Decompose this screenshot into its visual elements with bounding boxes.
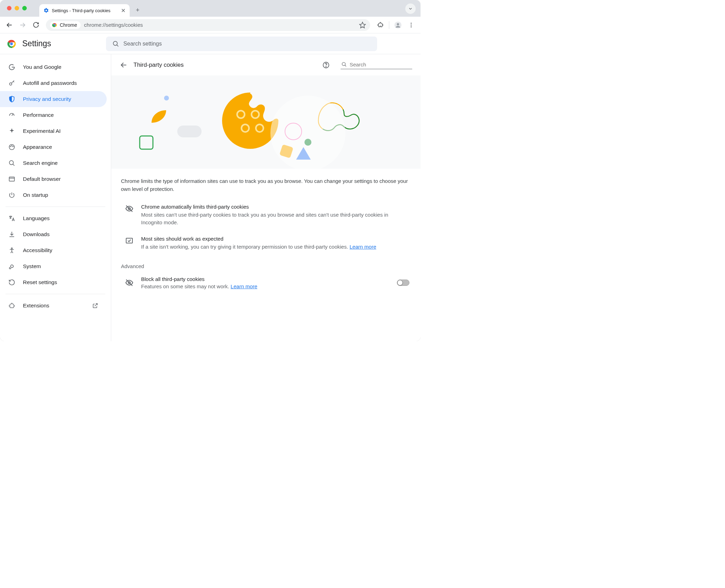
sidebar-item-appearance[interactable]: Appearance <box>0 139 107 155</box>
svg-rect-23 <box>9 177 15 181</box>
info-desc: If a site isn't working, you can try giv… <box>141 243 376 251</box>
sidebar-item-label: Default browser <box>23 176 61 182</box>
tab-title: Settings - Third-party cookies <box>52 8 118 13</box>
svg-point-10 <box>411 26 412 27</box>
sidebar-item-accessibility[interactable]: Accessibility <box>0 242 107 258</box>
visibility-off-icon <box>125 204 135 227</box>
chrome-icon <box>52 22 58 28</box>
help-button[interactable] <box>322 61 330 69</box>
kebab-menu-button[interactable] <box>405 19 417 31</box>
sidebar-divider <box>6 207 105 207</box>
svg-point-28 <box>326 66 326 66</box>
sidebar-item-you-and-google[interactable]: You and Google <box>0 59 107 75</box>
close-tab-button[interactable]: ✕ <box>121 7 125 14</box>
close-window-button[interactable] <box>7 6 11 10</box>
titlebar: Settings - Third-party cookies ✕ + <box>0 0 421 17</box>
svg-point-7 <box>397 23 399 25</box>
svg-point-19 <box>11 145 12 146</box>
app-title: Settings <box>22 39 51 48</box>
sidebar-item-experimental-ai[interactable]: Experimental AI <box>0 123 107 139</box>
profile-button[interactable] <box>392 19 404 31</box>
chrome-logo-icon <box>7 39 16 48</box>
info-desc: Most sites can't use third-party cookies… <box>141 211 411 227</box>
toggle-desc: Features on some sites may not work. Lea… <box>141 283 391 289</box>
sidebar-item-languages[interactable]: Languages <box>0 210 107 226</box>
svg-point-25 <box>11 248 12 249</box>
svg-line-30 <box>345 65 346 66</box>
tab-overflow-button[interactable] <box>405 3 416 14</box>
sidebar-item-performance[interactable]: Performance <box>0 107 107 123</box>
sidebar-item-label: Reset settings <box>23 279 57 285</box>
settings-sidebar: You and Google Autofill and passwords Pr… <box>0 54 111 341</box>
toggle-title: Block all third-party cookies <box>141 276 391 282</box>
search-icon <box>8 160 15 167</box>
shield-icon <box>8 96 15 103</box>
search-placeholder: Search settings <box>123 41 162 47</box>
back-button[interactable] <box>120 61 128 69</box>
svg-rect-37 <box>177 126 202 137</box>
address-bar[interactable]: Chrome chrome://settings/cookies <box>46 19 370 31</box>
svg-point-35 <box>164 96 169 100</box>
sidebar-item-privacy-security[interactable]: Privacy and security <box>0 91 107 107</box>
sidebar-item-downloads[interactable]: Downloads <box>0 226 107 242</box>
sidebar-item-extensions[interactable]: Extensions <box>0 298 107 314</box>
nav-forward-button[interactable] <box>17 19 28 31</box>
svg-point-21 <box>9 161 14 165</box>
sidebar-item-search-engine[interactable]: Search engine <box>0 155 107 171</box>
nav-back-button[interactable] <box>3 19 15 31</box>
search-icon <box>112 40 119 47</box>
sparkle-icon <box>8 128 15 135</box>
learn-more-link[interactable]: Learn more <box>350 244 376 250</box>
block-all-toggle[interactable] <box>397 280 409 286</box>
svg-point-18 <box>10 146 11 147</box>
sidebar-item-system[interactable]: System <box>0 258 107 274</box>
sidebar-item-label: Downloads <box>23 231 50 237</box>
sidebar-item-label: System <box>23 263 41 269</box>
browser-tab[interactable]: Settings - Third-party cookies ✕ <box>39 4 130 17</box>
learn-more-link[interactable]: Learn more <box>231 283 258 289</box>
sidebar-item-label: Performance <box>23 112 54 118</box>
sidebar-item-on-startup[interactable]: On startup <box>0 187 107 203</box>
external-link-icon <box>92 303 98 309</box>
svg-line-15 <box>117 45 119 46</box>
sidebar-item-default-browser[interactable]: Default browser <box>0 171 107 187</box>
sidebar-item-label: On startup <box>23 192 48 198</box>
sidebar-item-reset[interactable]: Reset settings <box>0 274 107 290</box>
sidebar-item-label: Appearance <box>23 144 52 150</box>
download-icon <box>8 231 15 238</box>
page-content: Chrome limits the type of information si… <box>111 169 421 305</box>
sidebar-divider <box>6 294 105 294</box>
window-controls <box>7 6 27 10</box>
visibility-off-icon <box>125 279 135 287</box>
browser-icon <box>8 176 15 183</box>
site-chip[interactable]: Chrome <box>50 21 81 29</box>
domain-verification-icon <box>125 236 135 251</box>
browser-window: Settings - Third-party cookies ✕ + Chrom… <box>0 0 421 341</box>
search-settings-input[interactable]: Search settings <box>106 37 377 51</box>
bookmark-star-icon[interactable] <box>359 22 366 29</box>
info-should-work: Most sites should work as expected If a … <box>121 233 411 257</box>
svg-point-20 <box>13 146 14 147</box>
settings-body: You and Google Autofill and passwords Pr… <box>0 54 421 341</box>
in-page-search-input[interactable] <box>350 62 412 67</box>
in-page-search[interactable] <box>341 61 412 69</box>
key-icon <box>8 80 15 87</box>
puzzle-icon <box>8 302 15 309</box>
speedometer-icon <box>8 112 15 119</box>
sidebar-item-autofill[interactable]: Autofill and passwords <box>0 75 107 91</box>
chip-label: Chrome <box>60 22 77 28</box>
page-title: Third-party cookies <box>133 62 316 69</box>
svg-rect-45 <box>126 238 132 243</box>
google-g-icon <box>8 64 15 71</box>
new-tab-button[interactable]: + <box>132 5 143 15</box>
maximize-window-button[interactable] <box>22 6 27 10</box>
sidebar-item-label: Extensions <box>23 303 49 309</box>
extensions-button[interactable] <box>374 19 386 31</box>
intro-text: Chrome limits the type of information si… <box>121 177 411 193</box>
minimize-window-button[interactable] <box>15 6 19 10</box>
svg-rect-36 <box>140 136 153 149</box>
reload-button[interactable] <box>30 19 42 31</box>
svg-point-42 <box>270 96 345 169</box>
svg-point-8 <box>411 23 412 24</box>
svg-point-16 <box>9 83 12 85</box>
